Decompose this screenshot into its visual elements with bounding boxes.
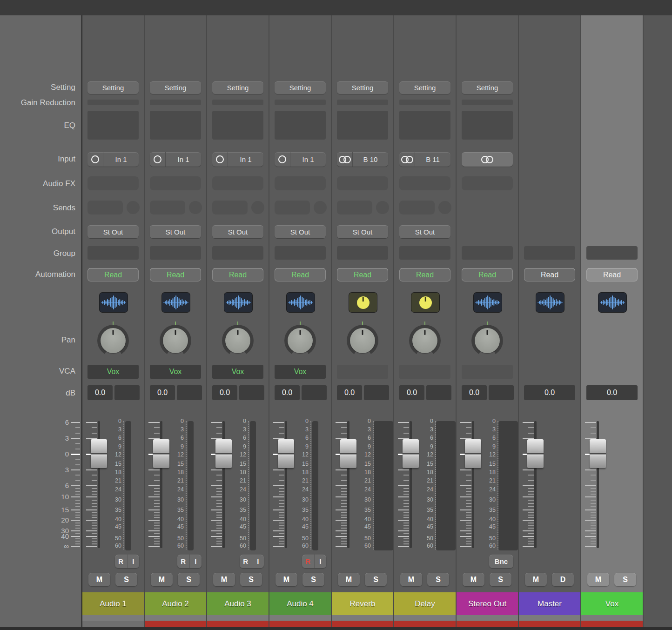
eq-display[interactable] xyxy=(212,111,263,140)
track-icon[interactable] xyxy=(598,293,626,312)
track-name[interactable]: Stereo Out xyxy=(457,592,518,615)
pan-knob-dial[interactable] xyxy=(101,328,126,353)
record-enable-button[interactable]: R xyxy=(302,557,314,565)
vca-assignment[interactable] xyxy=(462,365,513,379)
channel-setting-button[interactable]: Setting xyxy=(399,81,450,94)
group-slot[interactable] xyxy=(150,246,201,260)
pan-knob[interactable] xyxy=(332,321,393,358)
track-icon[interactable] xyxy=(287,293,315,312)
automation-mode-button[interactable]: Read xyxy=(275,268,326,281)
solo-button[interactable]: S xyxy=(490,573,511,586)
fader-cap[interactable] xyxy=(465,439,481,468)
input-selector[interactable]: B 10 xyxy=(337,152,388,167)
fader-cap[interactable] xyxy=(403,439,419,468)
mute-button[interactable]: M xyxy=(213,573,235,586)
mute-button[interactable]: M xyxy=(400,573,422,586)
eq-display[interactable] xyxy=(87,111,139,140)
mute-button[interactable]: M xyxy=(338,573,360,586)
track-name[interactable]: Audio 1 xyxy=(82,592,144,615)
audio-fx-slot[interactable] xyxy=(337,176,388,190)
channel-setting-button[interactable]: Setting xyxy=(275,81,326,94)
solo-button[interactable]: S xyxy=(427,573,449,586)
send-slot[interactable] xyxy=(275,201,310,214)
track-icon[interactable] xyxy=(224,293,252,312)
track-icon[interactable] xyxy=(411,293,439,312)
input-monitor-button[interactable]: I xyxy=(252,557,264,565)
input-selector[interactable]: In 1 xyxy=(212,152,263,167)
output-button[interactable]: St Out xyxy=(275,225,326,238)
output-button[interactable]: St Out xyxy=(150,225,201,238)
track-name[interactable]: Delay xyxy=(394,592,456,615)
fader-cap[interactable] xyxy=(340,439,356,468)
track-icon[interactable] xyxy=(100,293,128,312)
mute-button[interactable]: M xyxy=(151,573,173,586)
track-icon[interactable] xyxy=(474,293,502,312)
channel-setting-button[interactable]: Setting xyxy=(150,81,201,94)
vca-assignment[interactable]: Vox xyxy=(87,365,139,379)
send-level-knob[interactable] xyxy=(127,201,140,214)
channel-setting-button[interactable]: Setting xyxy=(87,81,139,94)
audio-fx-slot[interactable] xyxy=(399,176,450,190)
record-enable-button[interactable]: R xyxy=(177,557,189,565)
send-level-knob[interactable] xyxy=(438,201,451,214)
channel-setting-button[interactable]: Setting xyxy=(337,81,388,94)
send-slot[interactable] xyxy=(87,201,123,214)
eq-display[interactable] xyxy=(275,111,326,140)
mute-button[interactable]: M xyxy=(463,573,484,586)
pan-knob-dial[interactable] xyxy=(225,328,250,353)
volume-db-value[interactable]: 0.0 xyxy=(524,385,575,400)
dim-button[interactable]: D xyxy=(552,573,574,586)
group-slot[interactable] xyxy=(337,246,388,260)
send-slot[interactable] xyxy=(150,201,185,214)
pan-knob[interactable] xyxy=(82,321,144,358)
group-slot[interactable] xyxy=(275,246,326,260)
send-slot[interactable] xyxy=(212,201,248,214)
input-monitor-button[interactable]: I xyxy=(190,557,202,565)
automation-mode-button[interactable]: Read xyxy=(399,268,450,281)
bounce-button[interactable]: Bnc xyxy=(489,557,513,565)
eq-display[interactable] xyxy=(399,111,450,140)
output-button[interactable]: St Out xyxy=(399,225,450,238)
track-name[interactable]: Vox xyxy=(581,592,643,615)
fader-cap[interactable] xyxy=(153,439,169,468)
send-level-knob[interactable] xyxy=(189,201,202,214)
pan-knob[interactable] xyxy=(145,321,206,358)
record-enable-button[interactable]: R xyxy=(115,557,127,565)
automation-mode-button[interactable]: Read xyxy=(586,268,638,281)
vca-assignment[interactable] xyxy=(337,365,388,379)
automation-mode-button[interactable]: Read xyxy=(337,268,388,281)
volume-db-value[interactable]: 0.0 xyxy=(150,385,175,400)
automation-mode-button[interactable]: Read xyxy=(524,268,575,281)
output-button[interactable]: St Out xyxy=(87,225,139,238)
pan-knob[interactable] xyxy=(207,321,269,358)
track-name[interactable]: Audio 3 xyxy=(207,592,269,615)
input-selector[interactable]: B 11 xyxy=(399,152,450,167)
pan-knob-dial[interactable] xyxy=(350,328,375,353)
input-selector[interactable] xyxy=(462,152,513,167)
audio-fx-slot[interactable] xyxy=(150,176,201,190)
track-icon[interactable] xyxy=(349,293,377,312)
solo-button[interactable]: S xyxy=(240,573,262,586)
vca-assignment[interactable] xyxy=(399,365,450,379)
input-selector[interactable]: In 1 xyxy=(87,152,139,167)
pan-knob-dial[interactable] xyxy=(475,328,500,353)
audio-fx-slot[interactable] xyxy=(212,176,263,190)
audio-fx-slot[interactable] xyxy=(87,176,139,190)
output-button[interactable]: St Out xyxy=(337,225,388,238)
eq-display[interactable] xyxy=(337,111,388,140)
solo-button[interactable]: S xyxy=(302,573,324,586)
track-name[interactable]: Audio 4 xyxy=(269,592,331,615)
input-selector[interactable]: In 1 xyxy=(275,152,326,167)
pan-knob-dial[interactable] xyxy=(412,328,437,353)
send-slot[interactable] xyxy=(337,201,372,214)
solo-button[interactable]: S xyxy=(614,573,636,586)
volume-db-value[interactable]: 0.0 xyxy=(87,385,113,400)
track-name[interactable]: Reverb xyxy=(332,592,393,615)
pan-knob-dial[interactable] xyxy=(288,328,313,353)
group-slot[interactable] xyxy=(399,246,450,260)
volume-db-value[interactable]: 0.0 xyxy=(275,385,300,400)
audio-fx-slot[interactable] xyxy=(462,176,513,190)
fader-cap[interactable] xyxy=(590,439,606,468)
track-icon[interactable] xyxy=(536,293,564,312)
send-level-knob[interactable] xyxy=(251,201,264,214)
